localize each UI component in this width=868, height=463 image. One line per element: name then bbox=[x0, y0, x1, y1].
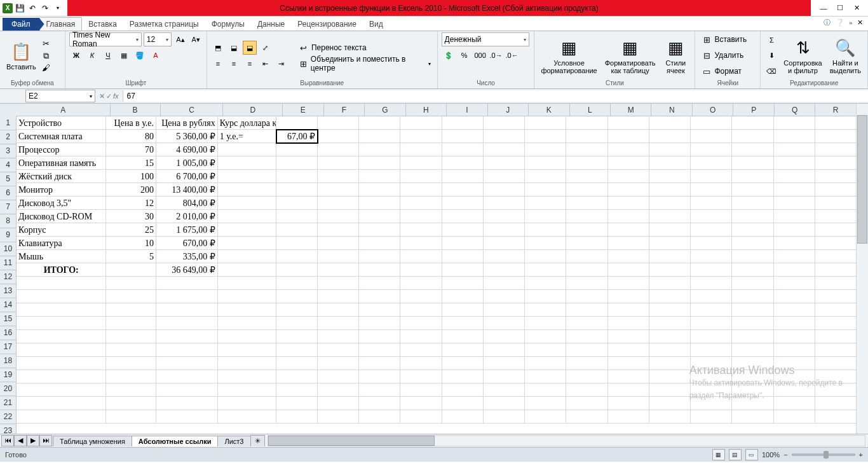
italic-button[interactable]: К bbox=[85, 48, 99, 62]
align-top-icon[interactable]: ⬒ bbox=[211, 41, 225, 55]
worksheet-grid[interactable]: ABCDEFGHIJKLMNOPQR 123456789101112131415… bbox=[0, 104, 868, 434]
first-sheet-icon[interactable]: ⏮ bbox=[1, 435, 14, 446]
redo-icon[interactable]: ↷ bbox=[39, 3, 51, 14]
cell-styles-button[interactable]: ▦Стили ячеек bbox=[660, 36, 691, 76]
orientation-icon[interactable]: ⤢ bbox=[259, 41, 273, 55]
page-break-view-icon[interactable]: ▭ bbox=[745, 449, 758, 460]
underline-button[interactable]: Ч bbox=[101, 48, 115, 62]
delete-cells-button[interactable]: ⊟Удалить bbox=[699, 48, 756, 62]
shrink-font-icon[interactable]: A▾ bbox=[189, 32, 203, 46]
page-layout-view-icon[interactable]: ▤ bbox=[729, 449, 742, 460]
file-tab[interactable]: Файл bbox=[3, 18, 39, 31]
quick-access-toolbar: X 💾 ↶ ↷ ▾ bbox=[0, 3, 66, 14]
find-select-button[interactable]: 🔍Найти и выделить bbox=[827, 36, 864, 76]
select-all-corner[interactable] bbox=[0, 104, 17, 117]
insert-tab[interactable]: Вставка bbox=[82, 18, 123, 31]
insert-cells-button[interactable]: ⊞Вставить bbox=[699, 32, 756, 46]
styles-group-label: Стили bbox=[538, 79, 691, 87]
conditional-format-button[interactable]: ▦Условное форматирование bbox=[538, 36, 599, 76]
name-box[interactable]: E2▾ bbox=[25, 90, 95, 102]
help-icon[interactable]: ❔ bbox=[836, 18, 844, 27]
sheet-tab-3[interactable]: Лист3 bbox=[217, 436, 250, 446]
clear-icon[interactable]: ⌫ bbox=[764, 65, 778, 79]
enter-formula-icon[interactable]: ✓ bbox=[106, 92, 112, 100]
zoom-out-button[interactable]: − bbox=[783, 451, 787, 459]
formulas-tab[interactable]: Формулы bbox=[205, 18, 251, 31]
format-painter-icon[interactable]: 🖌 bbox=[41, 63, 51, 73]
view-tab[interactable]: Вид bbox=[363, 18, 390, 31]
column-headers[interactable]: ABCDEFGHIJKLMNOPQR bbox=[17, 104, 857, 116]
autosum-icon[interactable]: Σ bbox=[764, 33, 778, 47]
zoom-in-button[interactable]: + bbox=[859, 451, 863, 459]
align-left-icon[interactable]: ≡ bbox=[211, 57, 225, 71]
currency-icon[interactable]: 💲 bbox=[442, 48, 456, 62]
normal-view-icon[interactable]: ▦ bbox=[712, 449, 725, 460]
ribbon: 📋 Вставить ✂ ⧉ 🖌 Буфер обмена Times New … bbox=[0, 31, 868, 89]
cells-area[interactable]: УстройствоЦена в у.е.Цена в рубляхКурс д… bbox=[17, 116, 857, 434]
cancel-formula-icon[interactable]: ✕ bbox=[99, 92, 105, 100]
minimize-button[interactable]: — bbox=[820, 4, 827, 12]
format-table-button[interactable]: ▦Форматировать как таблицу bbox=[602, 36, 658, 76]
close-button[interactable]: ✕ bbox=[853, 4, 860, 12]
grow-font-icon[interactable]: A▴ bbox=[173, 32, 187, 46]
delete-icon: ⊟ bbox=[702, 50, 712, 60]
wrap-icon: ↩ bbox=[299, 43, 309, 53]
last-sheet-icon[interactable]: ⏭ bbox=[39, 435, 52, 446]
copy-icon[interactable]: ⧉ bbox=[41, 51, 51, 61]
zoom-level[interactable]: 100% bbox=[762, 451, 780, 459]
decrease-decimal-icon[interactable]: .0← bbox=[505, 48, 519, 62]
align-right-icon[interactable]: ≡ bbox=[243, 57, 257, 71]
font-size-select[interactable]: 12▾ bbox=[144, 32, 172, 46]
sort-icon: ⇅ bbox=[793, 38, 813, 58]
row-headers[interactable]: 1234567891011121314151617181920212223 bbox=[0, 116, 17, 434]
merge-icon: ⊞ bbox=[299, 59, 308, 69]
fill-color-button[interactable]: 🪣 bbox=[133, 48, 147, 62]
review-tab[interactable]: Рецензирование bbox=[291, 18, 363, 31]
bold-button[interactable]: Ж bbox=[69, 48, 83, 62]
save-icon[interactable]: 💾 bbox=[14, 3, 25, 14]
prev-sheet-icon[interactable]: ◀ bbox=[14, 435, 27, 446]
window-title: Ссылки и встроенные функции в Ексель 201… bbox=[67, 0, 811, 16]
wrap-text-button[interactable]: ↩Перенос текста bbox=[296, 41, 433, 55]
format-cells-button[interactable]: ▭Формат bbox=[699, 64, 756, 78]
align-middle-icon[interactable]: ⬓ bbox=[227, 41, 241, 55]
undo-icon[interactable]: ↶ bbox=[27, 3, 38, 14]
styles-icon: ▦ bbox=[665, 38, 686, 58]
merge-center-button[interactable]: ⊞Объединить и поместить в центре▾ bbox=[296, 57, 433, 71]
vertical-scrollbar[interactable] bbox=[856, 104, 868, 434]
new-sheet-button[interactable]: ✳ bbox=[250, 435, 265, 446]
comma-icon[interactable]: 000 bbox=[473, 48, 487, 62]
data-tab[interactable]: Данные bbox=[251, 18, 291, 31]
font-color-button[interactable]: A bbox=[149, 48, 163, 62]
maximize-button[interactable]: ☐ bbox=[836, 4, 844, 12]
sheet-tab-2[interactable]: Абсолютные ссылки bbox=[132, 436, 219, 446]
fx-icon[interactable]: fx bbox=[113, 92, 119, 100]
align-center-icon[interactable]: ≡ bbox=[227, 57, 241, 71]
border-button[interactable]: ▦ bbox=[117, 48, 131, 62]
paste-button[interactable]: 📋 Вставить bbox=[4, 40, 39, 72]
next-sheet-icon[interactable]: ▶ bbox=[27, 435, 39, 446]
font-name-select[interactable]: Times New Roman▾ bbox=[69, 32, 142, 46]
horizontal-scrollbar[interactable] bbox=[268, 435, 866, 446]
status-text: Готово bbox=[5, 451, 27, 459]
fill-icon[interactable]: ⬇ bbox=[764, 49, 778, 63]
sheet-tab-1[interactable]: Таблица умножения bbox=[53, 436, 132, 446]
increase-decimal-icon[interactable]: .0→ bbox=[489, 48, 503, 62]
layout-tab[interactable]: Разметка страницы bbox=[123, 18, 205, 31]
percent-icon[interactable]: % bbox=[458, 48, 471, 62]
qat-dropdown-icon[interactable]: ▾ bbox=[52, 3, 64, 14]
decrease-indent-icon[interactable]: ⇤ bbox=[259, 57, 273, 71]
home-tab[interactable]: Главная bbox=[39, 17, 83, 31]
window-close-icon[interactable]: ✕ bbox=[857, 18, 863, 27]
cut-icon[interactable]: ✂ bbox=[41, 39, 51, 49]
increase-indent-icon[interactable]: ⇥ bbox=[275, 57, 288, 71]
minimize-ribbon-icon[interactable]: ⓘ bbox=[824, 18, 831, 27]
number-format-select[interactable]: Денежный▾ bbox=[442, 32, 529, 46]
sort-filter-button[interactable]: ⇅Сортировка и фильтр bbox=[781, 36, 824, 76]
find-icon: 🔍 bbox=[835, 38, 855, 58]
zoom-slider[interactable] bbox=[792, 453, 855, 456]
formula-input[interactable]: 67 bbox=[123, 90, 868, 102]
align-bottom-icon[interactable]: ⬓ bbox=[243, 41, 257, 55]
number-group-label: Число bbox=[442, 79, 531, 87]
window-restore-icon[interactable]: ▫ bbox=[850, 19, 852, 27]
